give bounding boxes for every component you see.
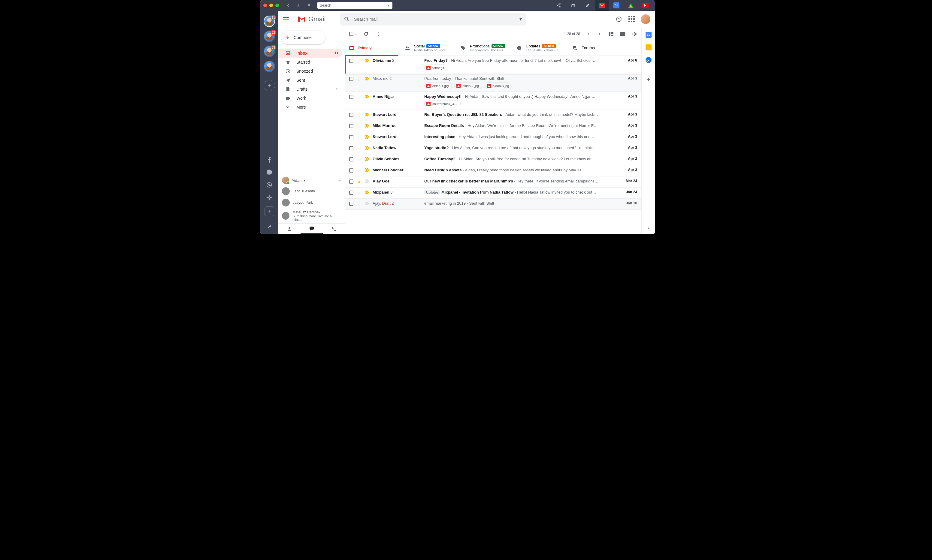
importance-marker[interactable] [365,124,369,128]
importance-marker[interactable] [365,168,369,172]
new-conversation-button[interactable]: + [338,177,341,184]
workspace-account-3[interactable] [263,61,275,72]
star-icon[interactable]: ★ [357,179,361,185]
keep-addon-icon[interactable] [645,45,652,51]
back-button[interactable] [284,2,293,9]
attachment-chip[interactable]: aidan-2.jpg [454,83,482,89]
nav-item-starred[interactable]: Starred [278,58,342,67]
workspace-account-0[interactable]: 11 [263,15,275,27]
layers-icon[interactable] [566,0,580,11]
maximize-button[interactable] [275,4,279,7]
email-row[interactable]: ☆Olivia ScholesCoffee Tuesday? - Hi Aida… [345,154,641,165]
facebook-icon[interactable] [266,156,273,163]
email-row[interactable]: ☆Olivia, me 2Free Friday? - Hi Aidan, Ar… [345,56,641,74]
next-page-button[interactable]: › [596,31,603,37]
nav-item-drafts[interactable]: Drafts9 [278,85,342,94]
calendar-addon-icon[interactable]: 31 [645,32,652,38]
importance-marker[interactable] [365,202,369,205]
get-addons-button[interactable]: + [645,77,652,83]
messenger-icon[interactable] [266,169,273,176]
email-checkbox[interactable] [349,113,353,117]
tab-forums[interactable]: Forums [568,40,624,55]
email-row[interactable]: ☆Stewart LordRe: Buyer's Question re: JB… [345,110,641,121]
star-icon[interactable]: ☆ [357,168,361,174]
hangouts-contact[interactable]: Taco Tuesday [278,185,345,197]
attachment-chip[interactable]: shutterstock_3… [424,100,461,107]
menu-button[interactable] [283,17,289,21]
email-checkbox[interactable] [349,202,353,206]
calendar-app-icon[interactable]: 31 [610,0,623,11]
chevron-down-icon[interactable]: ▼ [387,4,390,7]
input-tools-icon[interactable] [619,31,626,37]
attachment-chip[interactable]: tenor.gif [424,65,447,71]
mail-search-input[interactable] [354,17,515,22]
star-icon[interactable]: ☆ [357,190,361,196]
edit-icon[interactable] [581,0,595,11]
workspace-account-2[interactable]: 59 [263,46,275,57]
nav-item-inbox[interactable]: Inbox11 [278,49,342,58]
nav-item-work[interactable]: Work [278,94,342,103]
add-app-button[interactable]: + [265,206,274,216]
hangouts-tab-calls[interactable] [323,223,345,234]
gmail-logo[interactable]: Gmail [297,15,325,23]
attachment-chip[interactable]: aidan-3.jpg [485,83,512,89]
youtube-app-icon[interactable] [638,0,652,11]
email-row[interactable]: ☆Ajay, Draft 2email marketing in 2019 - … [345,198,641,210]
importance-marker[interactable] [365,135,369,138]
importance-marker[interactable] [365,59,369,62]
nav-item-more[interactable]: More [278,103,342,112]
split-pane-icon[interactable] [608,31,614,37]
titlebar-search[interactable]: ▼ [317,2,393,9]
minimize-button[interactable] [269,4,273,7]
email-row[interactable]: ☆Mixpanel 3UpdatesMixpanel - Invitation … [345,188,641,198]
hangouts-contact[interactable]: Mateusz DembekSure thing man! Give me a … [278,208,345,223]
importance-marker[interactable] [365,95,369,98]
whatsapp-icon[interactable] [266,181,273,188]
nav-item-snoozed[interactable]: Snoozed [278,67,342,75]
email-row[interactable]: ☆Amee NijjarHappy Wednesday!! - Hi Aidan… [345,92,641,110]
email-row[interactable]: ☆Stewart LordInteresting place - Hey Aid… [345,132,641,143]
importance-marker[interactable] [365,113,369,117]
star-icon[interactable]: ☆ [357,58,361,64]
profile-avatar[interactable] [641,14,650,24]
titlebar-search-input[interactable] [320,3,387,8]
mail-search[interactable]: ▾ [340,13,526,26]
tab-promotions[interactable]: Promotions50 new monday.com, The Hus… [457,40,513,55]
email-row[interactable]: ★Ajay GoelOur new link checker is better… [345,177,641,188]
email-row[interactable]: ☆Michael FoucherNeed Design Assets - Aid… [345,165,641,177]
chevron-down-icon[interactable]: ▾ [355,32,357,36]
notifications-icon[interactable] [305,2,313,9]
share-icon[interactable] [552,0,566,11]
add-account-button[interactable]: + [263,80,275,91]
workspace-account-1[interactable]: 52 [263,31,275,42]
hangouts-tab-contacts[interactable] [278,223,300,234]
gmail-app-icon[interactable] [595,0,609,11]
email-checkbox[interactable] [349,124,353,128]
email-checkbox[interactable] [349,59,353,63]
tab-updates[interactable]: Updates50 new The Hustle, Yahoo Fin… [513,40,568,55]
email-checkbox[interactable] [349,77,353,81]
settings-wrench-icon[interactable] [266,223,273,231]
importance-marker[interactable] [365,146,369,150]
email-checkbox[interactable] [349,146,353,150]
star-icon[interactable]: ☆ [357,202,361,207]
help-icon[interactable] [616,16,622,23]
refresh-button[interactable] [363,31,369,37]
importance-marker[interactable] [365,157,369,161]
star-icon[interactable]: ☆ [357,135,361,140]
select-all-checkbox[interactable] [349,32,353,36]
tasks-addon-icon[interactable] [645,57,652,63]
star-icon[interactable]: ☆ [357,112,361,118]
star-icon[interactable]: ☆ [357,157,361,163]
importance-marker[interactable] [365,77,369,80]
email-checkbox[interactable] [349,95,353,99]
star-icon[interactable]: ☆ [357,124,361,129]
close-button[interactable] [263,4,267,7]
email-row[interactable]: ☆Mike, me 2Pics from today - Thanks mate… [345,74,641,92]
email-checkbox[interactable] [349,157,353,162]
importance-marker[interactable] [365,180,369,183]
tab-primary[interactable]: Primary [345,40,401,55]
email-row[interactable]: ☆Nadia TatlowYoga studio? - Hey Aidan, C… [345,143,641,154]
more-button[interactable]: ⋮ [375,31,382,37]
email-row[interactable]: ☆Mike MunroeEscape Room Details - Hey Ai… [345,121,641,132]
